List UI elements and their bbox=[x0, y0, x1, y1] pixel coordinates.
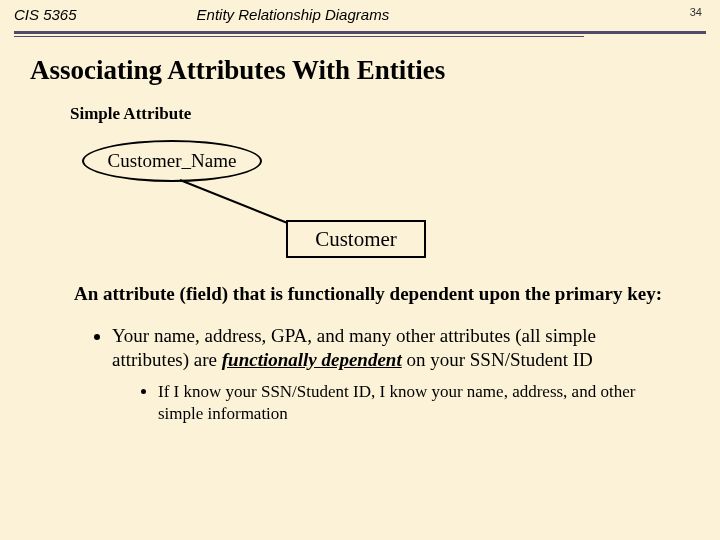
sub-bullet-item: If I know your SSN/Student ID, I know yo… bbox=[158, 381, 666, 424]
bullet-text-post: on your SSN/Student ID bbox=[402, 349, 593, 370]
bullet-list: Your name, address, GPA, and many other … bbox=[94, 324, 666, 424]
page-number: 34 bbox=[690, 6, 702, 18]
slide-subtitle: Simple Attribute bbox=[70, 104, 690, 124]
attribute-label: Customer_Name bbox=[108, 150, 237, 172]
sub-bullet-list: If I know your SSN/Student ID, I know yo… bbox=[140, 381, 666, 424]
svg-line-0 bbox=[180, 180, 300, 228]
entity-label: Customer bbox=[315, 227, 397, 252]
definition-text: An attribute (field) that is functionall… bbox=[74, 282, 666, 306]
bullet-item: Your name, address, GPA, and many other … bbox=[112, 324, 666, 424]
slide-topic: Entity Relationship Diagrams bbox=[77, 6, 706, 23]
attribute-ellipse: Customer_Name bbox=[82, 140, 262, 182]
entity-rectangle: Customer bbox=[286, 220, 426, 258]
header-divider bbox=[14, 31, 706, 37]
er-diagram: Customer_Name Customer bbox=[30, 140, 690, 270]
bullet-text-emph: functionally dependent bbox=[222, 349, 402, 370]
course-code: CIS 5365 bbox=[14, 6, 77, 23]
slide-title: Associating Attributes With Entities bbox=[30, 55, 690, 86]
slide-content: Associating Attributes With Entities Sim… bbox=[0, 37, 720, 424]
slide-header: CIS 5365 Entity Relationship Diagrams bbox=[0, 0, 720, 23]
